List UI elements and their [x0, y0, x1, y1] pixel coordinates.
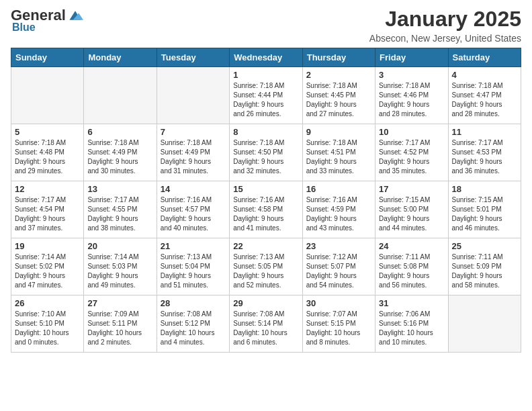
day-cell: 10Sunrise: 7:17 AM Sunset: 4:52 PM Dayli… — [375, 124, 448, 181]
day-number: 19 — [15, 241, 80, 251]
day-number: 24 — [379, 241, 444, 251]
day-number: 10 — [379, 127, 444, 137]
day-number: 26 — [15, 298, 80, 308]
day-cell: 11Sunrise: 7:17 AM Sunset: 4:53 PM Dayli… — [448, 124, 521, 181]
col-tuesday: Tuesday — [157, 48, 229, 67]
title-block: January 2025 Absecon, New Jersey, United… — [369, 7, 521, 44]
day-cell: 1Sunrise: 7:18 AM Sunset: 4:44 PM Daylig… — [230, 67, 302, 124]
day-info: Sunrise: 7:14 AM Sunset: 5:02 PM Dayligh… — [15, 253, 80, 290]
day-info: Sunrise: 7:06 AM Sunset: 5:16 PM Dayligh… — [379, 310, 444, 347]
day-number: 21 — [161, 241, 226, 251]
day-number: 2 — [306, 70, 371, 80]
day-cell: 14Sunrise: 7:16 AM Sunset: 4:57 PM Dayli… — [157, 181, 229, 238]
day-info: Sunrise: 7:08 AM Sunset: 5:14 PM Dayligh… — [233, 310, 298, 347]
day-number: 25 — [452, 241, 517, 251]
day-info: Sunrise: 7:12 AM Sunset: 5:07 PM Dayligh… — [306, 253, 371, 290]
day-number: 22 — [233, 241, 298, 251]
day-cell — [84, 67, 157, 124]
day-cell: 16Sunrise: 7:16 AM Sunset: 4:59 PM Dayli… — [302, 181, 375, 238]
day-info: Sunrise: 7:18 AM Sunset: 4:45 PM Dayligh… — [306, 81, 371, 119]
month-title: January 2025 — [369, 7, 521, 32]
day-info: Sunrise: 7:11 AM Sunset: 5:09 PM Dayligh… — [452, 253, 517, 290]
day-info: Sunrise: 7:14 AM Sunset: 5:03 PM Dayligh… — [87, 253, 152, 290]
day-cell: 13Sunrise: 7:17 AM Sunset: 4:55 PM Dayli… — [84, 181, 157, 238]
day-number: 14 — [161, 184, 226, 194]
col-thursday: Thursday — [302, 48, 375, 67]
day-number: 31 — [379, 298, 444, 308]
day-info: Sunrise: 7:13 AM Sunset: 5:05 PM Dayligh… — [233, 253, 298, 290]
day-number: 13 — [87, 184, 152, 194]
day-number: 1 — [233, 70, 298, 80]
day-info: Sunrise: 7:18 AM Sunset: 4:44 PM Dayligh… — [233, 81, 298, 119]
logo-icon — [67, 9, 83, 21]
day-cell: 28Sunrise: 7:08 AM Sunset: 5:12 PM Dayli… — [157, 295, 229, 353]
day-cell — [448, 295, 521, 353]
day-info: Sunrise: 7:16 AM Sunset: 4:58 PM Dayligh… — [233, 195, 298, 233]
col-monday: Monday — [84, 48, 157, 67]
day-cell: 7Sunrise: 7:18 AM Sunset: 4:49 PM Daylig… — [157, 124, 229, 181]
day-number: 16 — [306, 184, 371, 194]
day-cell: 18Sunrise: 7:15 AM Sunset: 5:01 PM Dayli… — [448, 181, 521, 238]
col-wednesday: Wednesday — [230, 48, 302, 67]
day-info: Sunrise: 7:18 AM Sunset: 4:48 PM Dayligh… — [15, 138, 80, 176]
day-cell: 22Sunrise: 7:13 AM Sunset: 5:05 PM Dayli… — [230, 238, 302, 295]
day-info: Sunrise: 7:17 AM Sunset: 4:54 PM Dayligh… — [15, 195, 80, 233]
day-cell: 20Sunrise: 7:14 AM Sunset: 5:03 PM Dayli… — [84, 238, 157, 295]
day-cell — [11, 67, 84, 124]
week-row-3: 12Sunrise: 7:17 AM Sunset: 4:54 PM Dayli… — [11, 181, 521, 238]
page: General Blue January 2025 Absecon, New J… — [0, 0, 532, 363]
day-cell: 12Sunrise: 7:17 AM Sunset: 4:54 PM Dayli… — [11, 181, 84, 238]
col-sunday: Sunday — [11, 48, 84, 67]
day-info: Sunrise: 7:18 AM Sunset: 4:47 PM Dayligh… — [452, 81, 517, 119]
day-number: 17 — [379, 184, 444, 194]
day-cell: 25Sunrise: 7:11 AM Sunset: 5:09 PM Dayli… — [448, 238, 521, 295]
day-number: 6 — [87, 127, 152, 137]
day-info: Sunrise: 7:07 AM Sunset: 5:15 PM Dayligh… — [306, 310, 371, 347]
day-info: Sunrise: 7:13 AM Sunset: 5:04 PM Dayligh… — [161, 253, 226, 290]
day-number: 9 — [306, 127, 371, 137]
week-row-1: 1Sunrise: 7:18 AM Sunset: 4:44 PM Daylig… — [11, 67, 521, 124]
day-number: 15 — [233, 184, 298, 194]
day-info: Sunrise: 7:17 AM Sunset: 4:53 PM Dayligh… — [452, 138, 517, 176]
day-number: 3 — [379, 70, 444, 80]
day-number: 18 — [452, 184, 517, 194]
day-number: 23 — [306, 241, 371, 251]
day-cell: 5Sunrise: 7:18 AM Sunset: 4:48 PM Daylig… — [11, 124, 84, 181]
day-info: Sunrise: 7:11 AM Sunset: 5:08 PM Dayligh… — [379, 253, 444, 290]
day-number: 30 — [306, 298, 371, 308]
day-cell: 24Sunrise: 7:11 AM Sunset: 5:08 PM Dayli… — [375, 238, 448, 295]
day-info: Sunrise: 7:18 AM Sunset: 4:49 PM Dayligh… — [161, 138, 226, 176]
day-info: Sunrise: 7:09 AM Sunset: 5:11 PM Dayligh… — [87, 310, 152, 347]
day-cell: 3Sunrise: 7:18 AM Sunset: 4:46 PM Daylig… — [375, 67, 448, 124]
week-row-4: 19Sunrise: 7:14 AM Sunset: 5:02 PM Dayli… — [11, 238, 521, 295]
day-cell: 8Sunrise: 7:18 AM Sunset: 4:50 PM Daylig… — [230, 124, 302, 181]
day-cell: 21Sunrise: 7:13 AM Sunset: 5:04 PM Dayli… — [157, 238, 229, 295]
day-number: 29 — [233, 298, 298, 308]
day-cell: 15Sunrise: 7:16 AM Sunset: 4:58 PM Dayli… — [230, 181, 302, 238]
col-saturday: Saturday — [448, 48, 521, 67]
day-number: 7 — [161, 127, 226, 137]
calendar: Sunday Monday Tuesday Wednesday Thursday… — [11, 48, 521, 353]
day-number: 11 — [452, 127, 517, 137]
day-info: Sunrise: 7:15 AM Sunset: 5:00 PM Dayligh… — [379, 195, 444, 233]
day-number: 27 — [87, 298, 152, 308]
day-cell: 4Sunrise: 7:18 AM Sunset: 4:47 PM Daylig… — [448, 67, 521, 124]
day-cell: 19Sunrise: 7:14 AM Sunset: 5:02 PM Dayli… — [11, 238, 84, 295]
day-info: Sunrise: 7:18 AM Sunset: 4:50 PM Dayligh… — [233, 138, 298, 176]
week-row-2: 5Sunrise: 7:18 AM Sunset: 4:48 PM Daylig… — [11, 124, 521, 181]
day-number: 5 — [15, 127, 80, 137]
day-cell: 27Sunrise: 7:09 AM Sunset: 5:11 PM Dayli… — [84, 295, 157, 353]
week-row-5: 26Sunrise: 7:10 AM Sunset: 5:10 PM Dayli… — [11, 295, 521, 353]
day-info: Sunrise: 7:18 AM Sunset: 4:49 PM Dayligh… — [87, 138, 152, 176]
day-cell: 26Sunrise: 7:10 AM Sunset: 5:10 PM Dayli… — [11, 295, 84, 353]
day-info: Sunrise: 7:18 AM Sunset: 4:46 PM Dayligh… — [379, 81, 444, 119]
day-cell: 29Sunrise: 7:08 AM Sunset: 5:14 PM Dayli… — [230, 295, 302, 353]
day-info: Sunrise: 7:16 AM Sunset: 4:57 PM Dayligh… — [161, 195, 226, 233]
day-cell: 2Sunrise: 7:18 AM Sunset: 4:45 PM Daylig… — [302, 67, 375, 124]
day-cell: 6Sunrise: 7:18 AM Sunset: 4:49 PM Daylig… — [84, 124, 157, 181]
day-cell: 9Sunrise: 7:18 AM Sunset: 4:51 PM Daylig… — [302, 124, 375, 181]
day-number: 12 — [15, 184, 80, 194]
day-number: 28 — [161, 298, 226, 308]
day-info: Sunrise: 7:15 AM Sunset: 5:01 PM Dayligh… — [452, 195, 517, 233]
day-info: Sunrise: 7:08 AM Sunset: 5:12 PM Dayligh… — [161, 310, 226, 347]
